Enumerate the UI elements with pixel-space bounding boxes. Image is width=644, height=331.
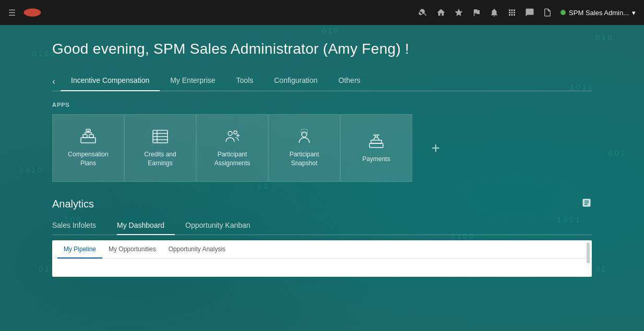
analytics-section: Analytics Sales Infolets My Dashboard Op…: [52, 198, 592, 277]
svg-point-0: [24, 8, 41, 16]
dashboard-tab-opportunity-analysis[interactable]: Opportunity Analysis: [162, 240, 232, 258]
credits-earnings-icon: [152, 128, 169, 145]
dashboard-panel: My Pipeline My Opportunities Opportunity…: [52, 240, 592, 277]
analytics-tabs: Sales Infolets My Dashboard Opportunity …: [52, 218, 592, 235]
analytics-tab-sales-infolets[interactable]: Sales Infolets: [52, 218, 106, 235]
app-credits-earnings[interactable]: Credits andEarnings: [124, 114, 196, 182]
top-navbar: ☰: [0, 0, 644, 25]
svg-rect-20: [369, 143, 383, 148]
svg-point-18: [302, 132, 307, 137]
app-compensation-plans[interactable]: CompensationPlans: [52, 114, 124, 182]
svg-rect-3: [89, 134, 93, 138]
dashboard-tab-my-pipeline[interactable]: My Pipeline: [57, 240, 102, 258]
svg-point-14: [228, 131, 232, 136]
app-participant-assignments-label: ParticipantAssignments: [214, 150, 251, 168]
home-icon[interactable]: [436, 8, 446, 17]
add-app-button[interactable]: +: [423, 135, 449, 161]
svg-rect-21: [371, 140, 381, 143]
analytics-tab-my-dashboard[interactable]: My Dashboard: [117, 218, 175, 235]
analytics-tab-opportunity-kanban[interactable]: Opportunity Kanban: [185, 218, 261, 235]
svg-point-15: [234, 131, 237, 134]
user-menu[interactable]: SPM Sales Admin... ▾: [560, 9, 636, 17]
payments-icon: [368, 133, 385, 150]
participant-snapshot-icon: [296, 128, 313, 145]
document-icon[interactable]: [543, 8, 552, 17]
hamburger-icon[interactable]: ☰: [8, 8, 16, 18]
svg-rect-2: [83, 134, 87, 138]
tab-incentive-compensation[interactable]: Incentive Compensation: [61, 72, 160, 91]
apps-section: APPS CompensationPlans: [52, 102, 592, 182]
chat-icon[interactable]: [525, 8, 534, 17]
app-participant-assignments[interactable]: ParticipantAssignments: [196, 114, 268, 182]
tab-tools[interactable]: Tools: [226, 72, 264, 91]
tab-my-enterprise[interactable]: My Enterprise: [160, 72, 225, 91]
svg-rect-1: [81, 138, 96, 143]
main-tabs: ‹ Incentive Compensation My Enterprise T…: [52, 72, 592, 91]
app-compensation-plans-label: CompensationPlans: [68, 150, 108, 168]
apps-grid: CompensationPlans Credits andEarnings: [52, 114, 592, 182]
dashboard-tab-my-opportunities[interactable]: My Opportunities: [102, 240, 162, 258]
app-participant-snapshot-label: ParticipantSnapshot: [290, 150, 319, 168]
main-content: Good evening, SPM Sales Administrator (A…: [0, 25, 644, 287]
participant-assignments-icon: [224, 128, 241, 145]
analytics-title: Analytics: [52, 198, 94, 210]
app-payments[interactable]: Payments: [340, 114, 412, 182]
notification-icon[interactable]: [490, 8, 499, 17]
app-credits-earnings-label: Credits andEarnings: [144, 150, 176, 168]
dashboard-tabs: My Pipeline My Opportunities Opportunity…: [52, 240, 592, 259]
apps-section-label: APPS: [52, 102, 592, 108]
apps-grid-icon[interactable]: [507, 8, 517, 17]
app-participant-snapshot[interactable]: ParticipantSnapshot: [268, 114, 340, 182]
tab-configuration[interactable]: Configuration: [264, 72, 328, 91]
user-status-dot: [560, 10, 566, 15]
flag-icon[interactable]: [472, 8, 481, 17]
search-icon[interactable]: [419, 8, 428, 17]
analytics-settings-icon[interactable]: [581, 198, 592, 211]
compensation-plans-icon: [80, 128, 97, 145]
greeting-heading: Good evening, SPM Sales Administrator (A…: [52, 41, 592, 57]
tabs-back-button[interactable]: ‹: [52, 76, 55, 87]
tab-others[interactable]: Others: [328, 72, 371, 91]
oracle-logo-icon: [23, 7, 42, 18]
favorites-icon[interactable]: [454, 8, 463, 17]
user-chevron-icon: ▾: [632, 9, 636, 17]
app-payments-label: Payments: [362, 155, 390, 164]
scrollbar[interactable]: [587, 242, 590, 263]
user-name-label: SPM Sales Admin...: [569, 9, 629, 17]
